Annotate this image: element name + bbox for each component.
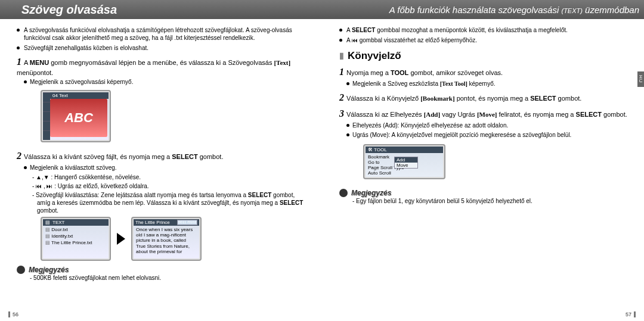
- menu-word: MENU: [30, 59, 49, 66]
- t: pontot, és nyomja meg a: [455, 95, 531, 102]
- note-list: Egy fájlon belül 1, egy könyvtáron belül…: [351, 197, 627, 205]
- intro-item: A ⏮ gombbal visszatérhet az előző képern…: [339, 36, 627, 44]
- tool-item: Auto Scroll: [368, 170, 441, 176]
- device-screenshot-tool: 🛠 TOOL Bookmark Go to Page Scroll Type A…: [363, 144, 445, 179]
- step-1-right: 1Nyomja meg a TOOL gombot, amikor szöveg…: [339, 66, 627, 79]
- t: A: [24, 59, 30, 66]
- sub-item: Megjelenik a szövegolvasási képernyő.: [24, 78, 305, 86]
- label: [Bookmark]: [420, 95, 454, 102]
- select-word: SELECT: [172, 153, 197, 160]
- step3-subs: Elhelyezés (Add): Könyvjelző elhelyezése…: [346, 121, 627, 139]
- dash-item: Szövegfájl kiválasztása: Zene lejátszása…: [31, 191, 305, 214]
- intro-item: A SELECT gombbal mozoghat a menüpontok k…: [339, 26, 627, 34]
- sub-item: Ugrás (Move): A könyvjelzővel megjelölt …: [346, 131, 627, 139]
- intro-item: A szövegolvasás funkcióval elolvashatja …: [17, 26, 305, 42]
- arrow-icon: [117, 233, 125, 245]
- dev-head: The Little Prince: [135, 220, 170, 225]
- select-word: SELECT: [530, 95, 556, 102]
- intro-list-right: A SELECT gombbal mozoghat a menüpontok k…: [339, 26, 627, 44]
- header-right-b: üzemmódban: [585, 5, 639, 15]
- popup-item-selected: Add: [395, 157, 417, 163]
- t: gombot, amikor szöveget olvas.: [408, 69, 503, 76]
- t: Válassza ki a Könyvjelző: [346, 95, 420, 102]
- dash-item: ⏮ , ⏭ : Ugrás az előző, következő oldalr…: [31, 182, 305, 190]
- header-title-left: Szöveg olvasása: [5, 3, 117, 17]
- page-counter: 0011 /0102: [177, 220, 197, 225]
- sub-item: Megjelenik a kiválasztott szöveg.: [24, 164, 305, 172]
- select-word: SELECT: [576, 111, 602, 118]
- dev-head: TEXT: [52, 220, 64, 225]
- device-pair: ▤TEXT Door.txt Identity.txt The Little P…: [41, 217, 305, 261]
- sub-item: Elhelyezés (Add): Könyvjelző elhelyezése…: [346, 121, 627, 129]
- note-heading: Megjegyzés: [17, 266, 305, 274]
- note-heading: Megjegyzés: [339, 189, 627, 197]
- t: gombot.: [556, 95, 582, 102]
- note-list: 500KB feletti szövegfájlokat nem lehet e…: [29, 274, 305, 282]
- page-spread: A szövegolvasás funkcióval elolvashatja …: [0, 19, 644, 321]
- sub-item: Megjelenik a Szöveg eszközlista [Text To…: [346, 80, 627, 88]
- t: vagy Ugrás: [440, 111, 477, 118]
- dash-item: ▲,▼ : Hangerő csökkentése, növelése.: [31, 173, 305, 181]
- t: feliratot, és nyomja meg a: [497, 111, 575, 118]
- intro-item: Szövegfájlt zenehallgatás közben is elol…: [17, 44, 305, 52]
- step-2-right: 2Válassza ki a Könyvjelző [Bookmark] pon…: [339, 91, 627, 104]
- screen-title: 04 Text: [50, 92, 109, 99]
- t: gombbal mozoghat a menüpontok között, és…: [375, 27, 567, 33]
- intro-list-left: A szövegolvasás funkcióval elolvashatja …: [17, 26, 305, 52]
- select-word: SELECT: [352, 27, 375, 33]
- step1-sub: Megjelenik a szövegolvasási képernyő.: [24, 78, 305, 86]
- step-3-right: 3Válassza ki az Elhelyezés [Add] vagy Ug…: [339, 107, 627, 120]
- file-row: The Little Prince.txt: [45, 240, 106, 247]
- page-left: A szövegolvasás funkcióval elolvashatja …: [0, 19, 322, 321]
- label: [Text Tool]: [440, 80, 467, 87]
- device-screenshot-abc: 04 Text ABC: [41, 90, 111, 142]
- tool-icon: 🛠: [368, 147, 373, 152]
- t: képernyő.: [467, 80, 496, 87]
- t: Válassza ki az Elhelyezés: [346, 111, 424, 118]
- header-right-small: (TEXT): [561, 7, 582, 14]
- file-row: Identity.txt: [45, 233, 106, 240]
- note-item: Egy fájlon belül 1, egy könyvtáron belül…: [351, 197, 627, 205]
- page-number-right: 57: [626, 311, 636, 317]
- header-bar: Szöveg olvasása A főbb funkciók használa…: [0, 0, 644, 19]
- text-label: [Text]: [274, 59, 290, 66]
- header-title-right: A főbb funkciók használata szövegolvasás…: [389, 5, 639, 15]
- step2-sub: Megjelenik a kiválasztott szöveg.: [24, 164, 305, 172]
- abc-image: ABC: [50, 99, 107, 137]
- t: Válassza ki a kívánt szöveg fájlt, és ny…: [24, 153, 172, 160]
- file-row: Door.txt: [45, 227, 106, 233]
- label: [Add]: [424, 111, 441, 118]
- label: [Move]: [477, 111, 497, 118]
- tool-head-text: TOOL: [374, 147, 387, 152]
- preview-body: Once when I was six years old I saw a ma…: [134, 226, 199, 255]
- popup-item: Move: [395, 163, 417, 168]
- t: A: [346, 27, 352, 33]
- tool-word: TOOL: [391, 69, 408, 76]
- t: gomb megnyomásával lépjen be a menübe, é…: [49, 59, 274, 66]
- page-right: A SELECT gombbal mozoghat a menüpontok k…: [322, 19, 644, 321]
- step-2-left: 2Válassza ki a kívánt szöveg fájlt, és n…: [17, 149, 305, 163]
- abc-text: ABC: [64, 110, 93, 126]
- t: Nyomja meg a: [346, 69, 391, 76]
- t: Megjelenik a Szöveg eszközlista: [352, 80, 440, 87]
- t: gombot.: [198, 153, 224, 160]
- step-1-left: 1A MENU gomb megnyomásával lépjen be a m…: [17, 55, 305, 77]
- step2-dashes: ▲,▼ : Hangerő csökkentése, növelése. ⏮ ,…: [31, 173, 305, 214]
- header-right-a: A főbb funkciók használata szövegolvasás…: [389, 5, 559, 15]
- section-bookmark: Könyvjelző: [339, 50, 627, 62]
- page-number-left: 56: [8, 311, 18, 317]
- t: menüpontot.: [17, 69, 53, 76]
- step1r-sub: Megjelenik a Szöveg eszközlista [Text To…: [346, 80, 627, 88]
- note-item: 500KB feletti szövegfájlokat nem lehet e…: [29, 274, 305, 282]
- t: gombot.: [602, 111, 627, 118]
